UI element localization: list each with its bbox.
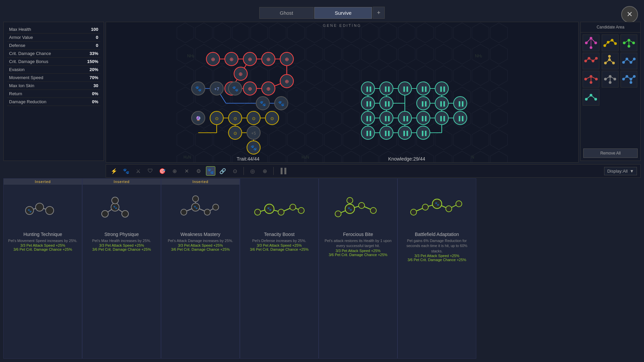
candidate-cell-8[interactable] — [602, 71, 619, 87]
card-stat-1a: 3/3 Pet Attack Speed +25% — [20, 243, 65, 247]
svg-point-242 — [298, 207, 304, 214]
stat-row: Max Ion Skin 30 — [7, 82, 100, 90]
svg-point-201 — [630, 78, 632, 80]
svg-text:⊕: ⊕ — [248, 56, 252, 62]
svg-text:🔮: 🔮 — [196, 116, 201, 121]
inserted-badge-3: Inserted — [161, 179, 239, 185]
display-selector[interactable]: Display:All ▼ — [604, 167, 637, 175]
stat-label-maxhealth: Max Health — [9, 27, 31, 32]
svg-text:▐▐: ▐▐ — [439, 86, 445, 92]
card-strong-physique[interactable]: Inserted 🐾 Strong Physique Pet's Max Hea… — [82, 178, 161, 359]
cards-area: Inserted 🐾 Hunting Technique Pet's Movem… — [3, 178, 641, 359]
filter-icon-7[interactable]: ✕ — [182, 166, 191, 176]
stat-row: Max Health 100 — [7, 25, 100, 34]
svg-point-252 — [347, 197, 353, 203]
card-ferocious-bite[interactable]: 🐾 Ferocious Bite Pet's attack restores i… — [319, 178, 397, 359]
svg-point-230 — [204, 209, 210, 215]
card-battlefield-adaptation[interactable]: 🐾 Battlefield Adaptation Pet gains 6% Da… — [397, 178, 476, 359]
candidate-cell-2[interactable] — [602, 35, 619, 51]
filter-icon-8[interactable]: ⚙ — [194, 166, 203, 176]
svg-text:▐▐: ▐▐ — [383, 131, 390, 136]
stat-row: Armor Value 0 — [7, 34, 100, 42]
filter-icon-paw[interactable]: 🐾 — [206, 166, 215, 176]
svg-text:N: N — [471, 155, 474, 160]
card-hunting-technique[interactable]: Inserted 🐾 Hunting Technique Pet's Movem… — [3, 178, 82, 359]
candidate-cell-9[interactable] — [621, 71, 637, 87]
filter-icon-12[interactable]: ⊕ — [260, 166, 269, 176]
svg-point-183 — [584, 78, 587, 80]
candidate-cell-4[interactable] — [583, 53, 599, 69]
svg-text:🐾: 🐾 — [113, 205, 117, 209]
card-title-1: Hunting Technique — [23, 232, 62, 237]
svg-point-170 — [604, 62, 607, 64]
svg-point-152 — [614, 42, 617, 45]
card-desc-5: Pet's attack restores its Health by 1 up… — [323, 238, 393, 249]
card-title-3: Weakness Mastery — [180, 232, 220, 237]
svg-text:Trait:44/44: Trait:44/44 — [237, 156, 260, 161]
close-button[interactable]: ✕ — [621, 6, 638, 23]
svg-text:▐▐: ▐▐ — [383, 101, 390, 107]
tab-add-button[interactable]: + — [373, 7, 385, 19]
filter-icon-3[interactable]: ⚔ — [133, 166, 143, 176]
stat-value-critbonus: 150% — [87, 59, 98, 64]
svg-point-141 — [585, 42, 588, 44]
filter-icon-bars[interactable]: ▐▐ — [278, 166, 287, 176]
svg-text:▐▐: ▐▐ — [365, 101, 371, 107]
card-title-4: Tenacity Boost — [264, 232, 294, 237]
tab-bar: Ghost Survive + — [259, 7, 385, 19]
candidate-cell-5[interactable] — [602, 53, 619, 69]
svg-point-260 — [422, 204, 428, 210]
card-title-2: Strong Physique — [104, 232, 139, 237]
svg-point-159 — [628, 45, 630, 48]
stat-value-critchance: 33% — [90, 51, 98, 56]
tab-ghost[interactable]: Ghost — [259, 7, 314, 19]
candidate-title: Candidate Area — [581, 22, 640, 33]
svg-text:▐▐: ▐▐ — [365, 116, 371, 121]
svg-point-221 — [122, 210, 128, 217]
svg-text:NH₂: NH₂ — [475, 54, 482, 58]
stat-value-evasion: 20% — [90, 67, 98, 72]
svg-point-163 — [584, 60, 587, 62]
svg-point-208 — [594, 98, 597, 101]
filter-icon-2[interactable]: 🐾 — [121, 166, 131, 176]
candidate-cell-1[interactable] — [583, 35, 599, 51]
filter-icon-11[interactable]: ◎ — [248, 166, 257, 176]
svg-text:▐▐: ▐▐ — [457, 116, 464, 121]
candidate-panel: Candidate Area — [580, 22, 641, 161]
stat-label-ionskin: Max Ion Skin — [9, 83, 34, 88]
filter-icon-9[interactable]: 🔗 — [218, 166, 227, 176]
svg-point-166 — [595, 57, 598, 60]
svg-text:⊙: ⊙ — [233, 131, 237, 136]
stat-label-return: Return — [9, 91, 22, 96]
filter-icon-5[interactable]: 🎯 — [158, 166, 167, 176]
card-weakness-mastery[interactable]: Inserted 🐾 Weakness Mastery Pet's Attack… — [161, 178, 240, 359]
filter-icon-4[interactable]: 🛡 — [146, 166, 155, 176]
stat-value-movespeed: 70% — [90, 75, 98, 80]
card-stat-3a: 3/3 Pet Attack Speed +25% — [178, 243, 223, 247]
svg-text:⊕: ⊕ — [248, 86, 252, 92]
svg-text:⊕: ⊕ — [266, 56, 271, 62]
card-stat-2b: 3/6 Pet Crit. Damage Chance +25% — [92, 247, 151, 251]
candidate-cell-3[interactable] — [621, 35, 637, 51]
filter-icon-10[interactable]: ⊙ — [230, 166, 239, 176]
svg-point-259 — [411, 209, 417, 215]
remove-all-button[interactable]: Remove All — [583, 148, 638, 158]
svg-text:⊙: ⊙ — [215, 116, 219, 121]
svg-point-229 — [181, 209, 187, 215]
candidate-cell-6[interactable] — [621, 53, 637, 69]
svg-point-190 — [604, 78, 607, 80]
svg-point-232 — [213, 204, 219, 210]
tab-survive[interactable]: Survive — [314, 7, 372, 19]
svg-text:🐾: 🐾 — [435, 201, 439, 206]
stat-row: Crit. Damage Chance 33% — [7, 50, 100, 58]
candidate-cell-10[interactable] — [583, 89, 599, 106]
card-tenacity-boost[interactable]: 🐾 Tenacity Boost Pet's Defense increases… — [240, 178, 319, 359]
filter-icon-1[interactable]: ⚡ — [109, 166, 119, 176]
card-stat-1b: 3/6 Pet Crit. Damage Chance +25% — [13, 247, 72, 251]
candidate-cell-7[interactable] — [583, 71, 599, 87]
filter-icon-6[interactable]: ⊕ — [170, 166, 179, 176]
svg-text:🐾: 🐾 — [232, 85, 239, 92]
card-icon-4: 🐾 — [253, 189, 306, 229]
svg-point-249 — [335, 211, 341, 217]
inserted-badge-1: Inserted — [4, 179, 82, 185]
